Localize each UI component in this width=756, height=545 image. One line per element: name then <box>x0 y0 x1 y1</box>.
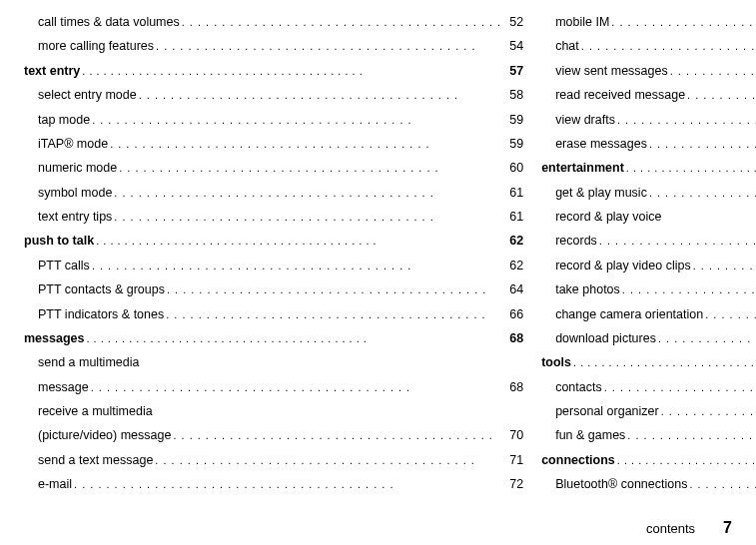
toc-entry-label: take photos <box>541 277 620 301</box>
toc-entry-label: message <box>24 375 89 399</box>
toc-leader-dots <box>94 229 503 253</box>
toc-sub-entry: tap mode59 <box>24 108 523 132</box>
toc-section-entry: messages68 <box>24 326 523 350</box>
toc-leader-dots <box>164 302 503 326</box>
toc-section-entry: push to talk62 <box>24 229 523 253</box>
toc-leader-dots <box>180 10 503 34</box>
toc-entry-page: 59 <box>503 108 523 132</box>
toc-sub-entry: records90 <box>541 229 756 253</box>
toc-entry-label: record & play video clips <box>541 254 690 277</box>
toc-entry-page: 62 <box>503 254 523 277</box>
toc-sub-entry: change camera orientation96 <box>541 302 756 326</box>
toc-sub-entry: e-mail72 <box>24 472 523 496</box>
toc-entry-label: symbol mode <box>24 181 112 205</box>
toc-entry-label: chat <box>541 34 579 58</box>
toc-entry-page: 59 <box>503 132 523 156</box>
toc-entry-page: 66 <box>503 302 523 326</box>
toc-entry-label: text entry <box>24 59 80 83</box>
toc-entry-label: record & play voice <box>541 205 661 229</box>
toc-sub-entry: PTT contacts & groups64 <box>24 277 523 301</box>
toc-page: call times & data volumes52more calling … <box>0 0 756 545</box>
toc-entry-page: 61 <box>503 205 523 229</box>
toc-entry-label: e-mail <box>24 472 72 496</box>
toc-entry-label: fun & games <box>541 423 625 447</box>
toc-entry-label: PTT indicators & tones <box>24 302 164 326</box>
toc-sub-entry: personal organizer102 <box>541 399 756 423</box>
toc-leader-dots <box>117 156 503 180</box>
toc-sub-entry: message68 <box>24 375 523 399</box>
toc-sub-entry: Bluetooth® connections108 <box>541 472 756 496</box>
toc-sub-entry: more calling features54 <box>24 34 523 58</box>
toc-entry-label: receive a multimedia <box>24 399 153 423</box>
toc-col-2: mobile IM72chat73view sent messages73rea… <box>541 10 756 515</box>
toc-leader-dots <box>90 254 503 277</box>
toc-entry-page: 62 <box>503 229 523 253</box>
toc-sub-entry: send a text message71 <box>24 448 523 472</box>
toc-leader-dots <box>625 423 756 447</box>
toc-entry-page: 68 <box>503 375 523 399</box>
toc-leader-dots <box>89 375 503 399</box>
toc-sub-entry: (picture/video) message70 <box>24 423 523 447</box>
toc-entry-label: entertainment <box>541 156 624 180</box>
toc-entry-page: 70 <box>503 423 523 447</box>
toc-entry-label: send a text message <box>24 448 153 472</box>
toc-leader-dots <box>656 326 756 350</box>
toc-sub-entry: take photos93 <box>541 277 756 301</box>
toc-entry-label: erase messages <box>541 132 647 156</box>
toc-entry-label: PTT contacts & groups <box>24 277 165 301</box>
toc-entry-label: get & play music <box>541 181 647 205</box>
toc-leader-dots <box>620 277 756 301</box>
toc-entry-continuation: receive a multimedia <box>24 399 523 423</box>
toc-entry-label: change camera orientation <box>541 302 703 326</box>
toc-leader-dots <box>602 375 756 399</box>
toc-entry-label: records <box>541 229 597 253</box>
toc-entry-label: iTAP® mode <box>24 132 108 156</box>
toc-entry-page: 64 <box>503 277 523 301</box>
toc-entry-continuation: record & play voice <box>541 205 756 229</box>
toc-leader-dots <box>84 326 503 350</box>
toc-sub-entry: PTT indicators & tones66 <box>24 302 523 326</box>
toc-entry-label: view drafts <box>541 108 615 132</box>
toc-leader-dots <box>647 181 756 205</box>
toc-entry-page: 52 <box>503 10 523 34</box>
toc-col-1: call times & data volumes52more calling … <box>24 10 523 515</box>
toc-sub-entry: erase messages74 <box>541 132 756 156</box>
toc-section-entry: tools97 <box>541 350 756 374</box>
toc-leader-dots <box>571 350 756 374</box>
toc-entry-label: view sent messages <box>541 59 668 83</box>
toc-sub-entry: text entry tips61 <box>24 205 523 229</box>
toc-sub-entry: get & play music75 <box>541 181 756 205</box>
toc-leader-dots <box>609 10 756 34</box>
toc-entry-label: read received message <box>541 83 685 107</box>
toc-sub-entry: numeric mode60 <box>24 156 523 180</box>
toc-sub-entry: view sent messages73 <box>541 59 756 83</box>
toc-entry-page: 61 <box>503 181 523 205</box>
toc-entry-continuation: send a multimedia <box>24 350 523 374</box>
toc-leader-dots <box>685 83 756 107</box>
toc-entry-label: PTT calls <box>24 254 90 277</box>
toc-leader-dots <box>80 59 503 83</box>
page-footer: contents 7 <box>24 515 732 537</box>
toc-leader-dots <box>154 34 503 58</box>
toc-leader-dots <box>668 59 756 83</box>
toc-sub-entry: select entry mode58 <box>24 83 523 107</box>
toc-entry-page: 72 <box>503 472 523 496</box>
toc-sub-entry: record & play video clips91 <box>541 254 756 277</box>
toc-leader-dots <box>624 156 756 180</box>
toc-section-entry: text entry57 <box>24 59 523 83</box>
toc-leader-dots <box>72 472 503 496</box>
toc-leader-dots <box>659 399 756 423</box>
toc-leader-dots <box>108 132 503 156</box>
toc-sub-entry: view drafts74 <box>541 108 756 132</box>
toc-entry-label: tap mode <box>24 108 90 132</box>
toc-leader-dots <box>171 423 503 447</box>
footer-title: contents <box>646 521 695 536</box>
toc-entry-label: (picture/video) message <box>24 423 171 447</box>
toc-leader-dots <box>647 132 756 156</box>
toc-entry-label: messages <box>24 326 84 350</box>
toc-sub-entry: symbol mode61 <box>24 181 523 205</box>
toc-entry-label: download pictures <box>541 326 656 350</box>
toc-entry-page: 54 <box>503 34 523 58</box>
toc-sub-entry: fun & games105 <box>541 423 756 447</box>
toc-entry-label: tools <box>541 350 571 374</box>
